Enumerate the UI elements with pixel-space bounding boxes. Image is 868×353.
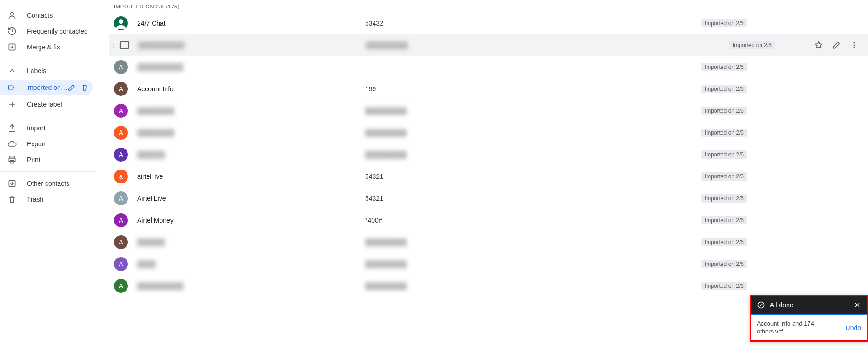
contact-row[interactable]: AAirtel Live54321Imported on 2/6 <box>109 187 868 209</box>
toast-title: All done <box>770 301 794 309</box>
label-chip[interactable]: Imported on 2/6 <box>729 41 775 49</box>
contact-phone: █████████ <box>365 260 551 268</box>
pencil-icon[interactable] <box>832 41 841 50</box>
label-chip[interactable]: Imported on 2/6 <box>701 85 747 93</box>
contact-name: ████ <box>137 260 365 268</box>
label-chip[interactable]: Imported on 2/6 <box>701 107 747 115</box>
history-icon <box>7 27 17 36</box>
row-actions <box>814 41 859 50</box>
cloud-icon <box>7 139 17 149</box>
star-icon[interactable] <box>814 41 823 50</box>
avatar: A <box>114 148 128 162</box>
sidebar-merge[interactable]: Merge & fix <box>0 39 95 55</box>
svg-point-10 <box>758 302 764 308</box>
contact-phone: █████████ <box>365 238 551 246</box>
sidebar-labels-header[interactable]: Labels <box>0 63 95 79</box>
contact-row[interactable]: A███████████████Imported on 2/6 <box>109 143 868 165</box>
sidebar-label-active-text: Imported on 2/6 <box>26 84 67 91</box>
label-chip[interactable]: Imported on 2/6 <box>701 194 747 203</box>
chevron-up-icon <box>7 66 17 75</box>
contact-name: 24/7 Chat <box>137 20 365 27</box>
sidebar-contacts[interactable]: Contacts <box>0 7 95 23</box>
contact-row[interactable]: 24/7 Chat53432Imported on 2/6 <box>109 12 868 34</box>
contact-row[interactable]: aairtel live54321Imported on 2/6 <box>109 165 868 187</box>
plus-icon <box>7 100 17 109</box>
label-chip[interactable]: Imported on 2/6 <box>701 63 747 71</box>
contact-row[interactable]: ⋮⋮███████████████████Imported on 2/6 <box>109 34 868 56</box>
contact-row[interactable]: A███████████████Imported on 2/6 <box>109 231 868 253</box>
contact-phone: 199 <box>365 85 551 93</box>
label-chip[interactable]: Imported on 2/6 <box>701 282 747 290</box>
sidebar-merge-label: Merge & fix <box>27 43 60 51</box>
contact-name: ████████ <box>137 129 365 136</box>
upload-icon <box>7 123 17 133</box>
label-chip[interactable]: Imported on 2/6 <box>701 238 747 246</box>
toast-body: Account Info and 174 others.vcf Undo <box>751 315 867 340</box>
svg-point-9 <box>854 47 855 48</box>
sidebar-frequent-label: Frequently contacted <box>27 27 88 35</box>
contact-row[interactable]: AAirtel Money*400#Imported on 2/6 <box>109 209 868 231</box>
contact-phone: █████████ <box>365 282 551 290</box>
archive-icon <box>7 179 17 188</box>
sidebar-other[interactable]: Other contacts <box>0 176 95 191</box>
contact-row[interactable]: A█████████████████Imported on 2/6 <box>109 100 868 122</box>
toast-message: Account Info and 174 others.vcf <box>757 320 841 336</box>
sidebar-export[interactable]: Export <box>0 136 95 152</box>
contact-name: ██████████ <box>137 282 365 290</box>
contact-row[interactable]: A███████████████████Imported on 2/6 <box>109 275 868 297</box>
contact-name: ████████ <box>137 107 365 115</box>
svg-point-0 <box>11 12 14 15</box>
contact-name: ██████████ <box>138 41 366 49</box>
sidebar-frequent[interactable]: Frequently contacted <box>0 23 95 39</box>
edit-icon[interactable] <box>67 83 76 92</box>
label-chip[interactable]: Imported on 2/6 <box>701 216 747 224</box>
avatar <box>114 16 128 30</box>
contact-row[interactable]: A█████████████Imported on 2/6 <box>109 253 868 275</box>
avatar: A <box>114 213 128 227</box>
contact-name: Airtel Live <box>137 195 365 202</box>
row-checkbox[interactable] <box>120 41 129 49</box>
contact-row[interactable]: AAccount Info199Imported on 2/6 <box>109 78 868 100</box>
close-icon[interactable] <box>854 301 861 309</box>
avatar: A <box>114 82 128 96</box>
label-chip[interactable]: Imported on 2/6 <box>701 19 747 27</box>
label-chip[interactable]: Imported on 2/6 <box>701 129 747 137</box>
avatar: A <box>114 235 128 249</box>
contact-name: ██████ <box>137 151 365 158</box>
sidebar-label-active[interactable]: Imported on 2/6 <box>0 80 93 95</box>
delete-icon[interactable] <box>80 83 89 92</box>
sidebar-export-label: Export <box>27 140 46 148</box>
sidebar-trash-label: Trash <box>27 196 43 203</box>
svg-point-7 <box>854 42 855 43</box>
sidebar-trash[interactable]: Trash <box>0 191 95 207</box>
sidebar-import-label: Import <box>27 124 46 132</box>
more-icon[interactable] <box>849 41 859 50</box>
toast-header: All done <box>751 296 867 315</box>
label-chip[interactable]: Imported on 2/6 <box>701 150 747 159</box>
label-chip[interactable]: Imported on 2/6 <box>701 260 747 268</box>
merge-icon <box>7 42 17 52</box>
person-icon <box>7 11 17 20</box>
contact-name: ██████████ <box>137 63 365 71</box>
contact-name: ██████ <box>137 238 365 246</box>
contact-row[interactable]: A██████████Imported on 2/6 <box>109 56 868 78</box>
contact-phone: █████████ <box>366 41 552 49</box>
contact-row[interactable]: A█████████████████Imported on 2/6 <box>109 122 868 143</box>
avatar: A <box>114 104 128 118</box>
sidebar-labels-label: Labels <box>27 67 46 75</box>
drag-handle-icon[interactable]: ⋮⋮ <box>114 41 119 49</box>
label-chip[interactable]: Imported on 2/6 <box>701 172 747 181</box>
contacts-list: 24/7 Chat53432Imported on 2/6⋮⋮█████████… <box>109 12 868 297</box>
sidebar-print[interactable]: Print <box>0 152 95 168</box>
undo-button[interactable]: Undo <box>846 324 861 332</box>
avatar: A <box>114 60 128 74</box>
avatar: A <box>114 191 128 205</box>
contact-phone: *400# <box>365 217 551 224</box>
contact-phone: █████████ <box>365 107 551 115</box>
avatar: A <box>114 257 128 271</box>
sidebar-create-label[interactable]: Create label <box>0 96 95 112</box>
sidebar: Contacts Frequently contacted Merge & fi… <box>0 0 95 353</box>
svg-point-6 <box>119 19 123 24</box>
print-icon <box>7 155 17 164</box>
sidebar-import[interactable]: Import <box>0 120 95 136</box>
